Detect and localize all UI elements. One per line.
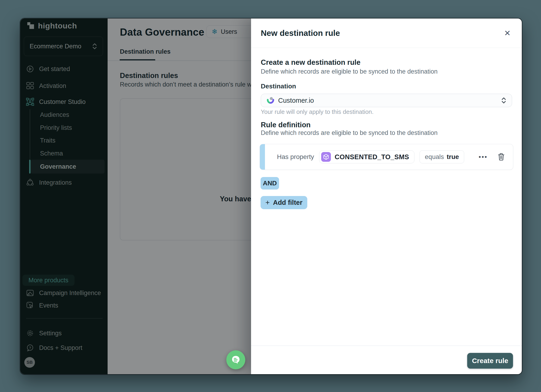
app-window: hightouch Ecommerce Demo Get started Act… bbox=[20, 19, 522, 374]
add-filter-label: Add filter bbox=[273, 199, 302, 206]
rule-definition-description: Define which records are eligible to be … bbox=[261, 129, 437, 136]
filter-condition-row: Has property CONSENTED_TO_SMS equals tru… bbox=[260, 144, 513, 170]
filter-group-bar bbox=[260, 144, 265, 170]
chat-launcher[interactable] bbox=[226, 350, 245, 369]
chat-bubble-icon bbox=[230, 355, 241, 365]
customerio-logo-icon bbox=[267, 96, 274, 104]
select-chevron-updown-icon bbox=[501, 97, 506, 104]
modal-footer-divider bbox=[251, 345, 522, 346]
property-name: CONSENTED_TO_SMS bbox=[335, 153, 409, 161]
close-icon[interactable]: ✕ bbox=[503, 28, 512, 38]
more-options-icon[interactable]: ••• bbox=[479, 153, 488, 161]
form-description: Define which records are eligible to be … bbox=[261, 68, 437, 75]
destination-select[interactable]: Customer.io bbox=[261, 94, 512, 107]
destination-helper-text: Your rule will only apply to this destin… bbox=[261, 108, 374, 115]
destination-field-label: Destination bbox=[261, 83, 296, 90]
and-connector-chip[interactable]: AND bbox=[260, 177, 279, 189]
new-destination-rule-modal: New destination rule ✕ Create a new dest… bbox=[251, 19, 522, 374]
rule-definition-heading: Rule definition bbox=[261, 121, 311, 129]
modal-title: New destination rule bbox=[261, 28, 503, 38]
condition-prefix: Has property bbox=[277, 153, 314, 161]
operator-chip[interactable]: equals true bbox=[420, 150, 464, 163]
modal-header: New destination rule ✕ bbox=[251, 19, 522, 48]
add-filter-button[interactable]: + Add filter bbox=[260, 196, 307, 209]
delete-filter-icon[interactable] bbox=[498, 153, 505, 161]
operator-label: equals bbox=[425, 153, 444, 161]
property-chip[interactable]: CONSENTED_TO_SMS bbox=[319, 150, 414, 163]
property-cube-icon bbox=[321, 152, 331, 162]
create-rule-button[interactable]: Create rule bbox=[467, 353, 513, 369]
operator-value: true bbox=[447, 153, 459, 161]
form-heading: Create a new destination rule bbox=[261, 58, 360, 67]
plus-icon: + bbox=[265, 198, 270, 207]
destination-selected-value: Customer.io bbox=[278, 97, 498, 104]
